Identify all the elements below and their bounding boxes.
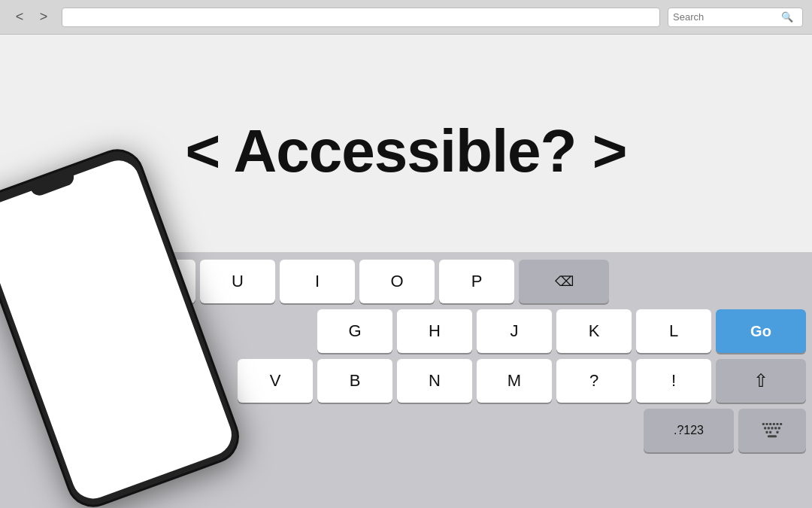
forward-button[interactable]: > <box>33 7 54 28</box>
key-I[interactable]: I <box>280 260 355 303</box>
key-N[interactable]: N <box>397 359 472 403</box>
search-input[interactable] <box>673 11 778 23</box>
key-B[interactable]: B <box>317 359 392 403</box>
svg-rect-11 <box>765 431 768 433</box>
key-K[interactable]: K <box>556 309 632 353</box>
svg-rect-8 <box>771 427 773 429</box>
keyboard-icon <box>762 422 783 439</box>
key-question[interactable]: ? <box>556 359 632 403</box>
svg-rect-5 <box>780 423 782 425</box>
backspace-icon: ⌫ <box>555 273 574 290</box>
search-box[interactable]: 🔍 <box>668 8 803 27</box>
shift-icon: ⇧ <box>753 370 768 391</box>
key-O[interactable]: O <box>359 260 435 303</box>
svg-rect-0 <box>762 423 765 425</box>
browser-chrome: < > 🔍 <box>0 0 812 35</box>
address-bar[interactable] <box>62 8 660 27</box>
key-U[interactable]: U <box>200 260 275 303</box>
svg-rect-9 <box>774 427 777 429</box>
svg-rect-3 <box>773 423 775 425</box>
key-J[interactable]: J <box>477 309 552 353</box>
key-shift[interactable]: ⇧ <box>716 359 806 403</box>
page-title: < Accessible? > <box>186 117 627 186</box>
key-num-toggle[interactable]: .?123 <box>644 409 734 452</box>
key-V[interactable]: V <box>238 359 313 403</box>
key-P[interactable]: P <box>439 260 514 303</box>
svg-rect-12 <box>769 431 771 433</box>
svg-rect-6 <box>764 427 766 429</box>
key-exclaim[interactable]: ! <box>636 359 711 403</box>
svg-rect-10 <box>778 427 780 429</box>
svg-rect-13 <box>776 431 778 433</box>
svg-rect-14 <box>768 435 777 437</box>
key-H[interactable]: H <box>397 309 472 353</box>
key-go[interactable]: Go <box>716 309 806 353</box>
key-backspace[interactable]: ⌫ <box>519 260 609 303</box>
back-button[interactable]: < <box>9 7 30 28</box>
search-icon: 🔍 <box>781 11 793 23</box>
svg-rect-7 <box>768 427 770 429</box>
key-M[interactable]: M <box>477 359 552 403</box>
key-keyboard-icon[interactable] <box>738 409 806 452</box>
svg-rect-1 <box>765 423 768 425</box>
svg-rect-4 <box>776 423 778 425</box>
content-area: < Accessible? > T Y U I O P ⌫ G H J K <box>0 35 812 508</box>
key-L[interactable]: L <box>636 309 711 353</box>
nav-buttons: < > <box>9 7 54 28</box>
svg-rect-2 <box>769 423 771 425</box>
key-G[interactable]: G <box>317 309 392 353</box>
